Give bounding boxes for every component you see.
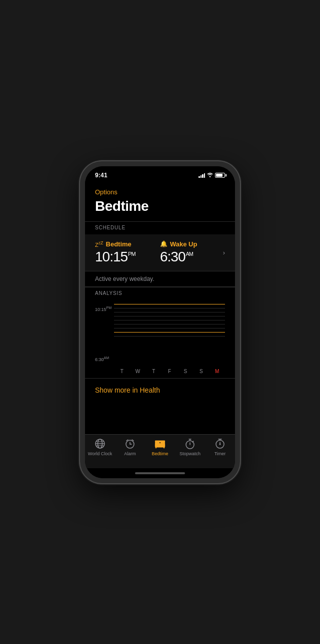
day-S2: S [194,369,210,374]
home-bar [135,472,185,474]
chart-container: 10:15PM 6:30AM [85,300,235,378]
bedtime-time: 10:15PM [95,249,160,265]
wakeup-label: Wake Up [170,240,197,248]
tab-bar: World Clock Alarm [85,434,235,468]
phone-frame: 9:41 [80,161,240,483]
options-link[interactable]: Options [85,181,235,198]
status-icons [198,172,225,178]
status-time: 9:41 [95,172,108,179]
notch [130,166,190,177]
analysis-section-header: ANALYSIS [85,287,235,300]
chart-lines-area [114,304,225,364]
schedule-chevron-icon: › [223,249,225,256]
day-M: M [209,369,225,374]
bedtime-tab-icon [154,438,166,450]
main-content: Options Bedtime SCHEDULE ZZZ Bedtime 10:… [85,181,235,434]
chart-line-1 [114,308,225,308]
day-F: F [162,369,178,374]
zzz-icon: ZZZ [95,240,104,248]
world-clock-icon [94,438,106,450]
chart-top-label: 10:15PM [95,306,112,312]
chart-line-4 [114,320,225,320]
schedule-section-header: SCHEDULE [85,221,235,234]
chart-top-orange-line [114,304,225,304]
day-S1: S [178,369,194,374]
wifi-icon [207,172,213,178]
signal-bars-icon [198,173,205,178]
alarm-icon [124,438,136,450]
active-text: Active every weekday. [85,271,235,287]
alarm-label: Alarm [124,451,136,456]
chart-line-5 [114,324,225,325]
svg-point-21 [220,443,221,445]
phone-screen: 9:41 [85,166,235,478]
chart-line-6 [114,328,225,329]
tab-timer[interactable]: Timer [205,438,235,456]
stopwatch-icon [184,438,196,450]
chart-line-7 [114,336,225,337]
page-title: Bedtime [85,198,235,221]
stopwatch-label: Stopwatch [180,451,200,456]
svg-rect-13 [155,440,165,442]
day-W: W [130,369,146,374]
content-spacer [85,402,235,434]
timer-label: Timer [214,451,226,456]
day-T2: T [146,369,162,374]
tab-stopwatch[interactable]: Stopwatch [175,438,205,456]
bedtime-tab-label: Bedtime [152,451,168,456]
chart-line-3 [114,316,225,316]
day-T1: T [114,369,130,374]
bell-icon: 🔔 [160,240,168,247]
days-row: T W T F S S M [114,369,225,374]
tab-alarm[interactable]: Alarm [115,438,145,456]
timer-icon [214,438,226,450]
world-clock-label: World Clock [88,451,112,456]
svg-rect-11 [156,447,156,448]
wakeup-info: 🔔 Wake Up 6:30AM › [160,240,225,265]
bedtime-label: Bedtime [106,240,132,248]
bedtime-info: ZZZ Bedtime 10:15PM [95,240,160,265]
schedule-row[interactable]: ZZZ Bedtime 10:15PM 🔔 Wake Up 6: [85,234,235,271]
chart-bottom-label: 6:30AM [95,356,109,362]
svg-rect-12 [164,447,164,448]
tab-world-clock[interactable]: World Clock [85,438,115,456]
show-more-health[interactable]: Show more in Health [85,378,235,402]
show-more-text: Show more in Health [95,386,160,394]
chart-line-2 [114,312,225,312]
wakeup-time: 6:30AM [160,249,219,265]
battery-icon [215,173,225,178]
chart-bottom-orange-line [114,332,225,333]
tab-bedtime[interactable]: Bedtime [145,438,175,456]
home-indicator [85,468,235,478]
options-text: Options [95,188,118,196]
wakeup-label-row: 🔔 Wake Up [160,240,219,248]
bedtime-label-row: ZZZ Bedtime [95,240,160,248]
